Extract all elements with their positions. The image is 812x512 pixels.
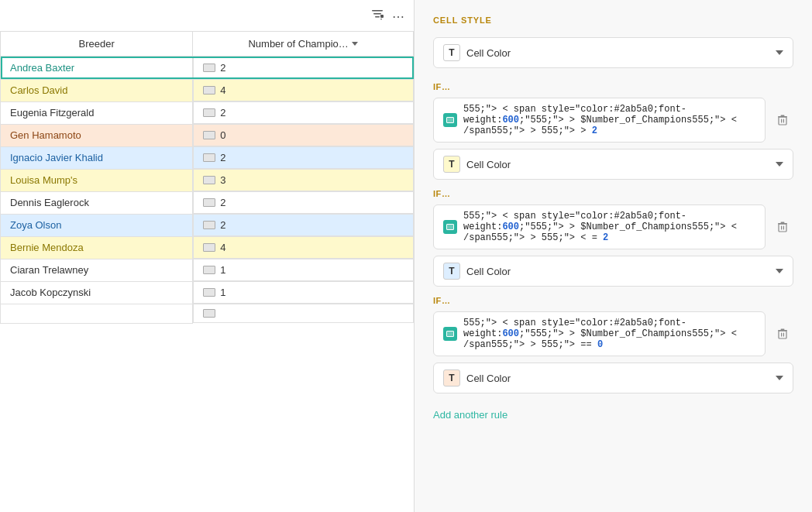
delete-rule-1[interactable] [772,216,793,238]
delete-rule-0[interactable] [772,109,793,131]
cell-color-chevron [776,162,783,167]
data-table: Breeder Number of Champio… Andrea Baxter… [0,31,414,324]
table-body: Andrea Baxter2Carlos David4Eugenia Fitzg… [1,57,414,324]
condition-icon [443,327,457,341]
table-row[interactable] [1,304,414,323]
svg-rect-18 [778,330,787,332]
panel-title: CELL STYLE [433,15,793,25]
if-label-0: IF… [433,82,793,91]
breeder-cell: Gen Hamamoto [1,124,193,146]
trash-icon [778,328,787,339]
table-toolbar: ⋯ [0,8,414,31]
rules-container: IF…555;"> < span style="color:#2ab5a0;fo… [433,82,793,393]
rule-section-1: IF…555;"> < span style="color:#2ab5a0;fo… [433,189,793,287]
cell-color-badge: T [443,263,460,280]
breeder-cell: Ignacio Javier Khalid [1,146,193,169]
cell-expand-icon [203,288,215,297]
svg-rect-3 [380,15,384,18]
condition-pill-1[interactable]: 555;"> < span style="color:#2ab5a0;font-… [433,204,766,249]
filter-icon[interactable] [370,8,384,25]
cell-color-label: Cell Color [466,159,769,170]
svg-rect-7 [783,119,784,123]
rule-section-0: IF…555;"> < span style="color:#2ab5a0;fo… [433,82,793,180]
count-cell: 2 [193,101,413,124]
condition-text: 555;"> < span style="color:#2ab5a0;font-… [463,104,755,136]
cell-expand-icon [203,221,215,229]
condition-row-2: 555;"> < span style="color:#2ab5a0;font-… [433,311,793,356]
more-options-icon[interactable]: ⋯ [392,9,404,24]
count-cell: 2 [193,191,413,214]
top-dropdown-chevron [776,50,783,55]
breeder-cell: Dennis Eaglerock [1,191,193,214]
svg-rect-19 [781,329,785,331]
top-cell-color-dropdown[interactable]: T Cell Color [433,37,793,68]
table-row[interactable]: Ignacio Javier Khalid2 [1,146,414,169]
breeder-cell [1,304,193,323]
count-cell: 2 [193,214,413,236]
svg-rect-16 [781,333,782,337]
cell-color-chevron [776,269,783,273]
breeder-cell: Zoya Olson [1,214,193,236]
add-rule-button[interactable]: Add another rule [433,403,508,427]
breeder-cell: Carlos David [1,79,193,101]
table-row[interactable]: Gen Hamamoto0 [1,124,414,146]
count-cell [193,304,413,323]
cell-color-row-0[interactable]: TCell Color [433,149,793,180]
cell-expand-icon [203,243,215,252]
count-cell: 2 [193,57,413,79]
cell-color-label: Cell Color [466,373,769,384]
cell-expand-icon [203,108,215,117]
condition-row-0: 555;"> < span style="color:#2ab5a0;font-… [433,98,793,143]
svg-marker-4 [380,19,382,20]
count-cell: 1 [193,281,413,304]
table-row[interactable]: Zoya Olson2 [1,214,414,236]
cell-color-row-2[interactable]: TCell Color [433,363,793,393]
breeder-cell: Jacob Kopczynski [1,281,193,304]
count-cell: 1 [193,259,413,281]
table-row[interactable]: Ciaran Trelawney1 [1,259,414,281]
svg-rect-12 [783,226,784,230]
delete-rule-2[interactable] [772,323,793,345]
svg-rect-2 [375,16,380,18]
column-dropdown-chevron [352,42,358,46]
svg-rect-11 [781,226,782,230]
cell-expand-icon [203,86,215,94]
cell-color-label: Cell Color [466,266,769,277]
condition-icon [443,220,457,234]
table-row[interactable]: Carlos David4 [1,79,414,101]
top-t-badge: T [443,44,460,61]
trash-icon [778,115,787,125]
condition-row-1: 555;"> < span style="color:#2ab5a0;font-… [433,204,793,249]
svg-rect-0 [372,10,383,12]
table-row[interactable]: Eugenia Fitzgerald2 [1,101,414,124]
breeder-cell: Louisa Mump's [1,169,193,191]
cell-expand-icon [203,309,215,318]
condition-text: 555;"> < span style="color:#2ab5a0;font-… [463,211,755,243]
table-row[interactable]: Bernie Mendoza4 [1,236,414,259]
svg-rect-17 [783,333,784,337]
cell-color-badge: T [443,156,460,173]
svg-rect-9 [781,115,785,117]
rule-section-2: IF…555;"> < span style="color:#2ab5a0;fo… [433,296,793,393]
condition-pill-0[interactable]: 555;"> < span style="color:#2ab5a0;font-… [433,98,766,143]
if-label-1: IF… [433,189,793,198]
cell-expand-icon [203,266,215,274]
table-row[interactable]: Louisa Mump's3 [1,169,414,191]
cell-expand-icon [203,176,215,184]
breeder-column-header: Breeder [1,32,193,57]
count-cell: 4 [193,79,413,101]
svg-rect-10 [779,224,786,232]
right-panel: CELL STYLE T Cell Color IF…555;"> < span… [415,0,812,512]
condition-pill-2[interactable]: 555;"> < span style="color:#2ab5a0;font-… [433,311,766,356]
table-row[interactable]: Dennis Eaglerock2 [1,191,414,214]
if-label-2: IF… [433,296,793,305]
cell-expand-icon [203,153,215,162]
table-row[interactable]: Jacob Kopczynski1 [1,281,414,304]
cell-color-row-1[interactable]: TCell Color [433,256,793,287]
table-row[interactable]: Andrea Baxter2 [1,57,414,80]
count-cell: 3 [193,169,413,191]
svg-rect-1 [373,13,381,15]
breeder-cell: Andrea Baxter [1,57,193,80]
champions-column-header[interactable]: Number of Champio… [193,32,414,57]
top-cell-color-label: Cell Color [466,47,769,59]
